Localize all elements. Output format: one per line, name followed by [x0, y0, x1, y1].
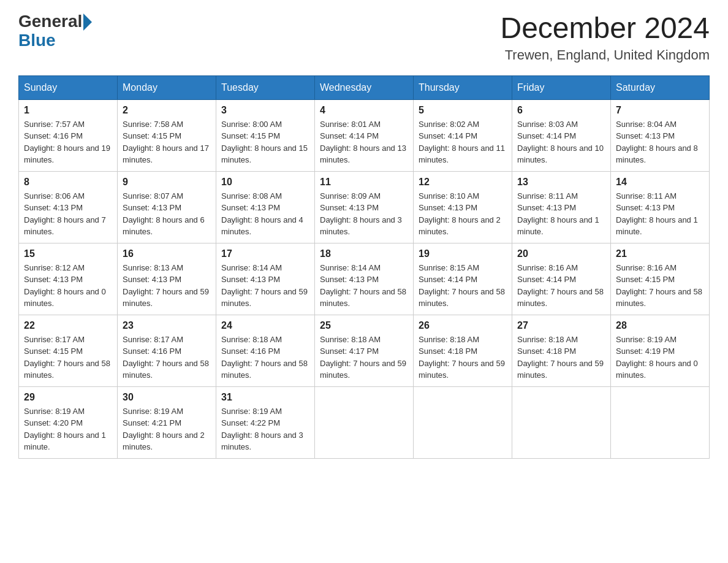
day-number: 9: [123, 177, 211, 188]
calendar-cell: 17Sunrise: 8:14 AMSunset: 4:13 PMDayligh…: [216, 243, 315, 315]
main-title: December 2024: [500, 12, 710, 45]
calendar-cell: 29Sunrise: 8:19 AMSunset: 4:20 PMDayligh…: [19, 386, 118, 458]
calendar-cell: 2Sunrise: 7:58 AMSunset: 4:15 PMDaylight…: [118, 99, 216, 171]
calendar-cell: 25Sunrise: 8:18 AMSunset: 4:17 PMDayligh…: [315, 315, 414, 386]
day-info: Sunrise: 8:15 AMSunset: 4:14 PMDaylight:…: [419, 262, 507, 310]
calendar-cell: 11Sunrise: 8:09 AMSunset: 4:13 PMDayligh…: [315, 171, 414, 243]
day-number: 5: [419, 105, 507, 116]
logo: General Blue: [18, 12, 92, 50]
logo-text-blue: Blue: [18, 31, 92, 50]
logo-text-general: General: [18, 12, 82, 31]
calendar-cell: 28Sunrise: 8:19 AMSunset: 4:19 PMDayligh…: [611, 315, 710, 386]
calendar-cell: 14Sunrise: 8:11 AMSunset: 4:13 PMDayligh…: [611, 171, 710, 243]
calendar-cell: [611, 386, 710, 458]
day-info: Sunrise: 8:09 AMSunset: 4:13 PMDaylight:…: [320, 190, 408, 238]
day-number: 11: [320, 177, 408, 188]
calendar-cell: 27Sunrise: 8:18 AMSunset: 4:18 PMDayligh…: [512, 315, 611, 386]
calendar-week-5: 29Sunrise: 8:19 AMSunset: 4:20 PMDayligh…: [19, 386, 710, 458]
day-info: Sunrise: 8:18 AMSunset: 4:16 PMDaylight:…: [221, 334, 309, 381]
calendar-week-2: 8Sunrise: 8:06 AMSunset: 4:13 PMDaylight…: [19, 171, 710, 243]
day-info: Sunrise: 8:18 AMSunset: 4:17 PMDaylight:…: [320, 334, 408, 381]
day-info: Sunrise: 8:17 AMSunset: 4:16 PMDaylight:…: [123, 334, 211, 381]
calendar-cell: 18Sunrise: 8:14 AMSunset: 4:13 PMDayligh…: [315, 243, 414, 315]
day-info: Sunrise: 7:57 AMSunset: 4:16 PMDaylight:…: [24, 118, 112, 166]
day-number: 14: [616, 177, 704, 188]
day-number: 29: [24, 392, 112, 403]
day-info: Sunrise: 8:04 AMSunset: 4:13 PMDaylight:…: [616, 118, 704, 166]
day-number: 21: [616, 248, 704, 259]
calendar-cell: 26Sunrise: 8:18 AMSunset: 4:18 PMDayligh…: [414, 315, 512, 386]
day-header-saturday: Saturday: [611, 75, 710, 99]
calendar-cell: 30Sunrise: 8:19 AMSunset: 4:21 PMDayligh…: [118, 386, 216, 458]
calendar-cell: 7Sunrise: 8:04 AMSunset: 4:13 PMDaylight…: [611, 99, 710, 171]
day-header-thursday: Thursday: [414, 75, 512, 99]
day-info: Sunrise: 8:19 AMSunset: 4:22 PMDaylight:…: [221, 405, 309, 453]
calendar-cell: 10Sunrise: 8:08 AMSunset: 4:13 PMDayligh…: [216, 171, 315, 243]
day-number: 17: [221, 248, 309, 259]
calendar-cell: 16Sunrise: 8:13 AMSunset: 4:13 PMDayligh…: [118, 243, 216, 315]
page-header: General Blue December 2024 Trewen, Engla…: [18, 12, 710, 63]
day-number: 1: [24, 105, 112, 116]
day-info: Sunrise: 8:16 AMSunset: 4:15 PMDaylight:…: [616, 262, 704, 310]
calendar-cell: 5Sunrise: 8:02 AMSunset: 4:14 PMDaylight…: [414, 99, 512, 171]
day-number: 22: [24, 320, 112, 331]
day-info: Sunrise: 8:13 AMSunset: 4:13 PMDaylight:…: [123, 262, 211, 310]
day-info: Sunrise: 8:14 AMSunset: 4:13 PMDaylight:…: [221, 262, 309, 310]
day-number: 18: [320, 248, 408, 259]
day-info: Sunrise: 8:07 AMSunset: 4:13 PMDaylight:…: [123, 190, 211, 238]
day-number: 24: [221, 320, 309, 331]
day-number: 8: [24, 177, 112, 188]
day-number: 15: [24, 248, 112, 259]
day-number: 19: [419, 248, 507, 259]
day-number: 23: [123, 320, 211, 331]
title-section: December 2024 Trewen, England, United Ki…: [500, 12, 710, 63]
calendar-cell: 6Sunrise: 8:03 AMSunset: 4:14 PMDaylight…: [512, 99, 611, 171]
day-number: 13: [517, 177, 605, 188]
calendar-cell: 31Sunrise: 8:19 AMSunset: 4:22 PMDayligh…: [216, 386, 315, 458]
day-number: 2: [123, 105, 211, 116]
logo-triangle-icon: [83, 13, 92, 31]
calendar-cell: 9Sunrise: 8:07 AMSunset: 4:13 PMDaylight…: [118, 171, 216, 243]
calendar-cell: 19Sunrise: 8:15 AMSunset: 4:14 PMDayligh…: [414, 243, 512, 315]
day-number: 25: [320, 320, 408, 331]
day-info: Sunrise: 8:19 AMSunset: 4:20 PMDaylight:…: [24, 405, 112, 453]
day-number: 6: [517, 105, 605, 116]
day-info: Sunrise: 8:02 AMSunset: 4:14 PMDaylight:…: [419, 118, 507, 166]
day-info: Sunrise: 8:10 AMSunset: 4:13 PMDaylight:…: [419, 190, 507, 238]
day-header-friday: Friday: [512, 75, 611, 99]
calendar-cell: 21Sunrise: 8:16 AMSunset: 4:15 PMDayligh…: [611, 243, 710, 315]
calendar-cell: 1Sunrise: 7:57 AMSunset: 4:16 PMDaylight…: [19, 99, 118, 171]
day-info: Sunrise: 8:16 AMSunset: 4:14 PMDaylight:…: [517, 262, 605, 310]
calendar-cell: 22Sunrise: 8:17 AMSunset: 4:15 PMDayligh…: [19, 315, 118, 386]
day-number: 4: [320, 105, 408, 116]
calendar-cell: 20Sunrise: 8:16 AMSunset: 4:14 PMDayligh…: [512, 243, 611, 315]
calendar-week-3: 15Sunrise: 8:12 AMSunset: 4:13 PMDayligh…: [19, 243, 710, 315]
day-info: Sunrise: 8:14 AMSunset: 4:13 PMDaylight:…: [320, 262, 408, 310]
calendar-cell: 15Sunrise: 8:12 AMSunset: 4:13 PMDayligh…: [19, 243, 118, 315]
day-number: 28: [616, 320, 704, 331]
calendar-cell: 8Sunrise: 8:06 AMSunset: 4:13 PMDaylight…: [19, 171, 118, 243]
day-number: 3: [221, 105, 309, 116]
day-info: Sunrise: 7:58 AMSunset: 4:15 PMDaylight:…: [123, 118, 211, 166]
day-header-monday: Monday: [118, 75, 216, 99]
calendar-cell: 13Sunrise: 8:11 AMSunset: 4:13 PMDayligh…: [512, 171, 611, 243]
calendar-cell: 23Sunrise: 8:17 AMSunset: 4:16 PMDayligh…: [118, 315, 216, 386]
calendar-week-4: 22Sunrise: 8:17 AMSunset: 4:15 PMDayligh…: [19, 315, 710, 386]
calendar-cell: 4Sunrise: 8:01 AMSunset: 4:14 PMDaylight…: [315, 99, 414, 171]
day-info: Sunrise: 8:19 AMSunset: 4:19 PMDaylight:…: [616, 334, 704, 381]
calendar-cell: [414, 386, 512, 458]
day-info: Sunrise: 8:11 AMSunset: 4:13 PMDaylight:…: [517, 190, 605, 238]
day-number: 31: [221, 392, 309, 403]
day-info: Sunrise: 8:18 AMSunset: 4:18 PMDaylight:…: [419, 334, 507, 381]
calendar-header-row: SundayMondayTuesdayWednesdayThursdayFrid…: [19, 75, 710, 99]
day-header-wednesday: Wednesday: [315, 75, 414, 99]
day-info: Sunrise: 8:17 AMSunset: 4:15 PMDaylight:…: [24, 334, 112, 381]
day-info: Sunrise: 8:12 AMSunset: 4:13 PMDaylight:…: [24, 262, 112, 310]
day-number: 12: [419, 177, 507, 188]
calendar-cell: [315, 386, 414, 458]
day-number: 27: [517, 320, 605, 331]
day-info: Sunrise: 8:06 AMSunset: 4:13 PMDaylight:…: [24, 190, 112, 238]
day-header-tuesday: Tuesday: [216, 75, 315, 99]
location-subtitle: Trewen, England, United Kingdom: [500, 47, 710, 63]
calendar-week-1: 1Sunrise: 7:57 AMSunset: 4:16 PMDaylight…: [19, 99, 710, 171]
